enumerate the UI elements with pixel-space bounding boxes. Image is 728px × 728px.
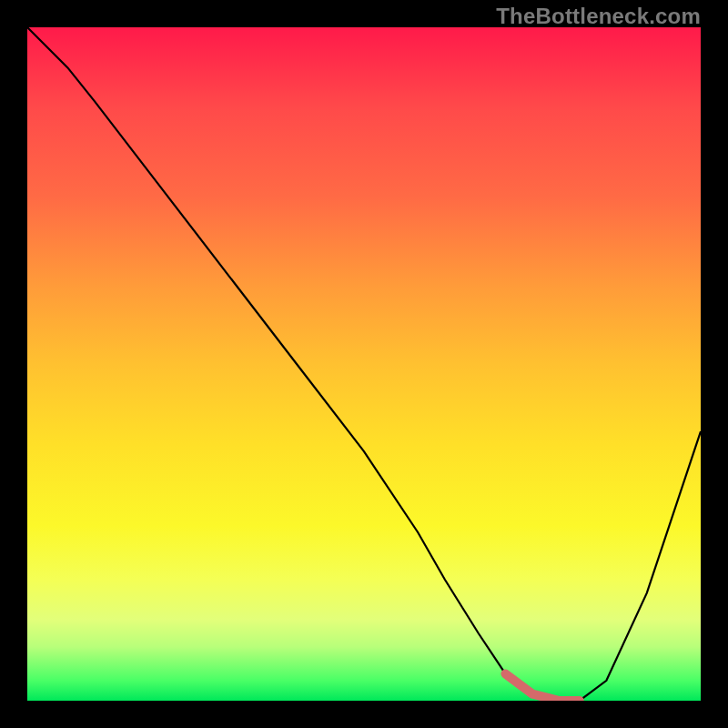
plot-area (27, 27, 701, 701)
highlight-segment (505, 673, 579, 701)
chart-canvas: TheBottleneck.com (0, 0, 728, 728)
bottleneck-curve (27, 27, 701, 701)
curve-layer (27, 27, 701, 701)
watermark-text: TheBottleneck.com (496, 4, 701, 29)
